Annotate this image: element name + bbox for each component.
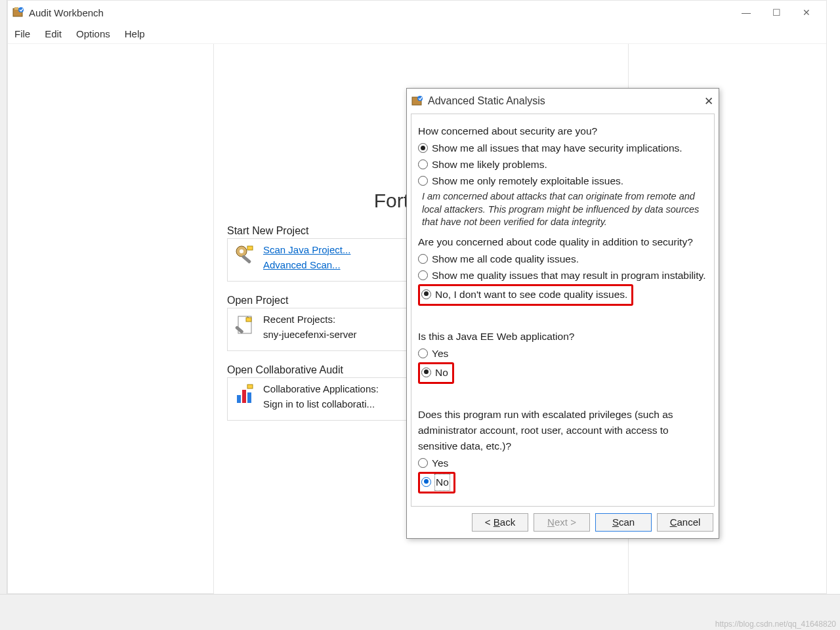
menu-edit[interactable]: Edit bbox=[45, 28, 62, 39]
radio-icon bbox=[418, 458, 428, 468]
question-security-concern: How concerned about security are you? bbox=[418, 123, 707, 139]
dialog-buttons: < Back Next > Scan Cancel bbox=[407, 507, 719, 538]
radio-javaee-yes[interactable]: Yes bbox=[418, 346, 707, 362]
dialog-icon bbox=[411, 94, 424, 108]
menu-options[interactable]: Options bbox=[76, 28, 110, 39]
svg-rect-13 bbox=[247, 385, 253, 388]
svg-rect-10 bbox=[237, 395, 241, 403]
cancel-button[interactable]: Cancel bbox=[657, 513, 713, 532]
maximize-button[interactable]: ☐ bbox=[770, 7, 783, 18]
dialog-title: Advanced Static Analysis bbox=[428, 95, 704, 107]
radio-security-all[interactable]: Show me all issues that may have securit… bbox=[418, 140, 707, 156]
menu-file[interactable]: File bbox=[14, 28, 30, 39]
window-controls: — ☐ ✕ bbox=[740, 7, 813, 18]
radio-icon bbox=[421, 289, 431, 299]
dialog-titlebar: Advanced Static Analysis ✕ bbox=[407, 89, 719, 114]
radio-priv-yes[interactable]: Yes bbox=[418, 455, 707, 471]
svg-rect-12 bbox=[247, 392, 251, 403]
scan-button[interactable]: Scan bbox=[595, 513, 652, 532]
question-privileges: Does this program run with escalated pri… bbox=[418, 407, 707, 454]
radio-icon bbox=[418, 176, 428, 186]
main-title: Audit Workbench bbox=[29, 7, 740, 18]
radio-quality-none[interactable]: No, I don't want to see code quality iss… bbox=[418, 284, 633, 306]
radio-icon bbox=[418, 348, 428, 358]
radio-icon bbox=[418, 270, 428, 280]
dialog-close-button[interactable]: ✕ bbox=[704, 94, 713, 108]
menubar: File Edit Options Help bbox=[8, 24, 826, 44]
radio-quality-all[interactable]: Show me all code quality issues. bbox=[418, 251, 707, 267]
radio-icon bbox=[418, 159, 428, 169]
radio-icon bbox=[421, 368, 431, 377]
bottom-bar: https://blog.csdn.net/qq_41648820 bbox=[0, 594, 840, 630]
wrench-gear-icon bbox=[234, 244, 257, 266]
back-button[interactable]: < Back bbox=[472, 513, 528, 532]
radio-security-remote[interactable]: Show me only remotely exploitable issues… bbox=[418, 173, 707, 189]
document-wrench-icon bbox=[234, 314, 257, 336]
svg-rect-11 bbox=[242, 390, 246, 403]
radio-icon bbox=[418, 143, 428, 153]
watermark: https://blog.csdn.net/qq_41648820 bbox=[715, 620, 836, 629]
svg-rect-9 bbox=[246, 318, 251, 322]
bar-chart-icon bbox=[234, 383, 257, 406]
radio-priv-no[interactable]: No bbox=[418, 472, 455, 494]
security-hint: I am concerned about attacks that can or… bbox=[422, 190, 707, 229]
svg-rect-5 bbox=[242, 255, 251, 264]
radio-icon bbox=[421, 477, 431, 487]
next-button[interactable]: Next > bbox=[534, 513, 590, 532]
dialog-advanced-static-analysis: Advanced Static Analysis ✕ How concerned… bbox=[406, 88, 719, 539]
svg-rect-6 bbox=[247, 246, 253, 250]
link-scan-java[interactable]: Scan Java Project... bbox=[263, 244, 350, 255]
left-gutter bbox=[0, 0, 7, 630]
svg-rect-1 bbox=[14, 7, 18, 10]
link-advanced-scan[interactable]: Advanced Scan... bbox=[263, 259, 341, 270]
main-titlebar: Audit Workbench — ☐ ✕ bbox=[8, 1, 826, 24]
radio-security-likely[interactable]: Show me likely problems. bbox=[418, 157, 707, 173]
minimize-button[interactable]: — bbox=[740, 7, 753, 18]
question-code-quality: Are you concerned about code quality in … bbox=[418, 234, 707, 250]
radio-icon bbox=[418, 254, 428, 264]
app-icon bbox=[12, 6, 25, 19]
menu-help[interactable]: Help bbox=[125, 28, 145, 39]
svg-point-4 bbox=[240, 249, 243, 253]
radio-javaee-no[interactable]: No bbox=[418, 362, 454, 384]
dialog-body: How concerned about security are you? Sh… bbox=[411, 114, 715, 507]
question-javaee: Is this a Java EE Web application? bbox=[418, 329, 707, 345]
radio-quality-instability[interactable]: Show me quality issues that may result i… bbox=[418, 268, 707, 284]
close-button[interactable]: ✕ bbox=[800, 7, 813, 18]
